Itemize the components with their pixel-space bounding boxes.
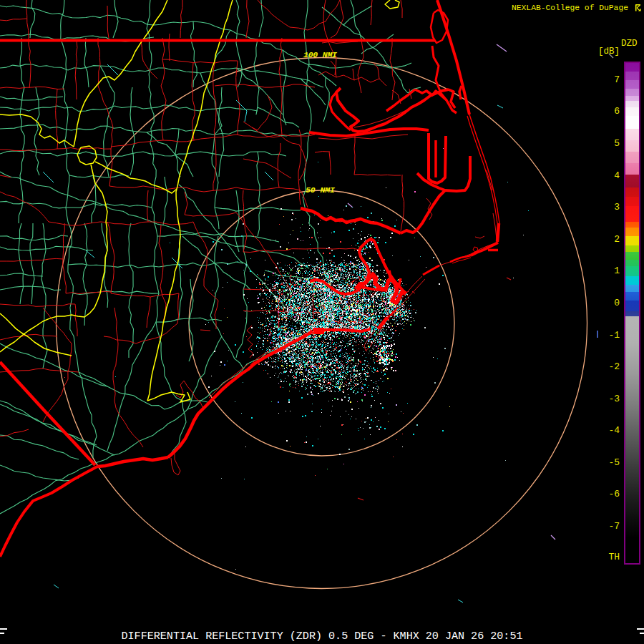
svg-text:NEXLAB-College of DuPage: NEXLAB-College of DuPage [512, 3, 628, 12]
svg-text:[dB]: [dB] [598, 47, 620, 57]
svg-text:6: 6 [614, 106, 620, 117]
svg-text:DZD: DZD [621, 39, 638, 49]
svg-text:TH: TH [608, 552, 620, 562]
svg-text:2: 2 [614, 234, 620, 245]
svg-text:1: 1 [614, 265, 620, 276]
svg-text:50 NMI: 50 NMI [306, 185, 335, 195]
svg-text:-1: -1 [608, 330, 620, 341]
svg-text:5: 5 [614, 138, 620, 149]
svg-text:-4: -4 [608, 425, 620, 436]
svg-text:-3: -3 [608, 394, 620, 404]
svg-text:100 NMI: 100 NMI [303, 50, 337, 59]
svg-text:4: 4 [614, 170, 620, 181]
svg-text:-7: -7 [608, 521, 620, 532]
svg-text:7: 7 [614, 74, 620, 85]
svg-text:-6: -6 [608, 489, 620, 499]
svg-text:DIFFERENTIAL REFLECTIVITY (ZDR: DIFFERENTIAL REFLECTIVITY (ZDR) 0.5 DEG … [122, 630, 523, 643]
svg-text:-2: -2 [608, 361, 620, 372]
svg-text:0: 0 [614, 298, 620, 308]
svg-text:3: 3 [614, 202, 620, 213]
svg-text:-5: -5 [608, 457, 620, 468]
